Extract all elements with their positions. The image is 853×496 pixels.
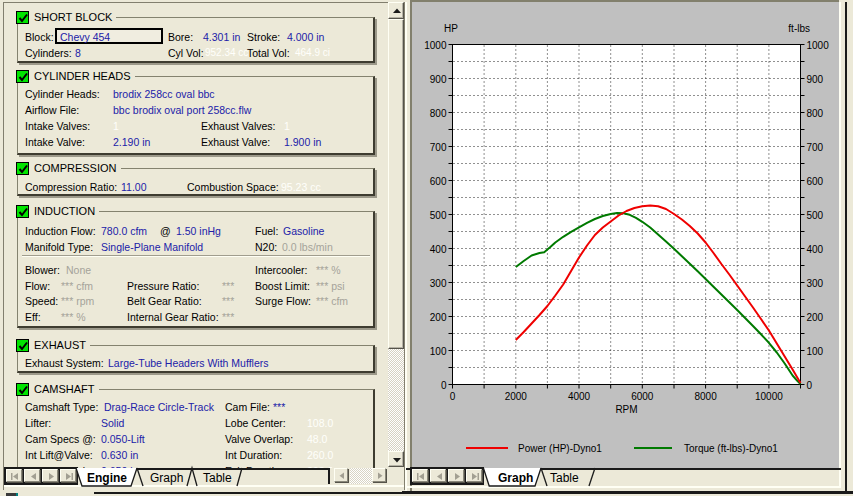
svg-text:400: 400 xyxy=(807,244,824,255)
svg-text:0: 0 xyxy=(441,380,447,391)
svg-text:6000: 6000 xyxy=(631,391,654,402)
svg-text:1000: 1000 xyxy=(424,40,447,51)
svg-text:200: 200 xyxy=(430,312,447,323)
svg-text:10000: 10000 xyxy=(755,391,783,402)
svg-text:Power (HP)-Dyno1: Power (HP)-Dyno1 xyxy=(518,443,602,454)
svg-text:500: 500 xyxy=(430,210,447,221)
svg-text:400: 400 xyxy=(430,244,447,255)
svg-text:0: 0 xyxy=(807,380,813,391)
svg-text:1000: 1000 xyxy=(807,40,830,51)
svg-text:600: 600 xyxy=(430,176,447,187)
svg-text:100: 100 xyxy=(430,346,447,357)
svg-text:300: 300 xyxy=(430,278,447,289)
svg-text:200: 200 xyxy=(807,312,824,323)
svg-text:ft-lbs: ft-lbs xyxy=(788,23,810,34)
svg-text:800: 800 xyxy=(430,108,447,119)
svg-text:RPM: RPM xyxy=(615,404,637,415)
svg-text:HP: HP xyxy=(444,23,458,34)
svg-text:800: 800 xyxy=(807,108,824,119)
svg-text:600: 600 xyxy=(807,176,824,187)
svg-text:2000: 2000 xyxy=(505,391,528,402)
svg-text:4000: 4000 xyxy=(568,391,591,402)
svg-text:900: 900 xyxy=(807,74,824,85)
svg-text:100: 100 xyxy=(807,346,824,357)
svg-text:8000: 8000 xyxy=(694,391,717,402)
svg-text:0: 0 xyxy=(450,391,456,402)
svg-text:Torque (ft-lbs)-Dyno1: Torque (ft-lbs)-Dyno1 xyxy=(684,443,778,454)
svg-text:300: 300 xyxy=(807,278,824,289)
svg-text:700: 700 xyxy=(807,142,824,153)
svg-text:500: 500 xyxy=(807,210,824,221)
svg-text:900: 900 xyxy=(430,74,447,85)
svg-text:700: 700 xyxy=(430,142,447,153)
